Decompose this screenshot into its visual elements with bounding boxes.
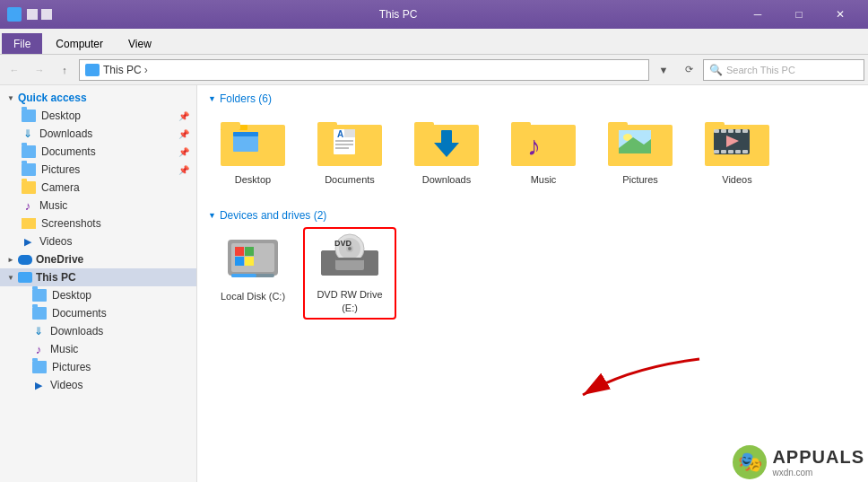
sidebar-item-label: Videos (39, 235, 72, 248)
svg-rect-29 (714, 129, 719, 133)
drive-dvd[interactable]: DVD DVD RW Drive (E:) (305, 229, 395, 318)
sidebar-item-label: Downloads (39, 127, 92, 140)
search-placeholder: Search This PC (726, 65, 795, 75)
folder-music-icon: ♪ (511, 118, 576, 170)
folder-videos-icon (705, 118, 769, 170)
svg-rect-6 (317, 122, 337, 130)
ribbon: File Computer View (0, 29, 868, 55)
sidebar-item-downloads[interactable]: ⇓ Downloads 📌 (0, 125, 196, 143)
folder-downloads[interactable]: Downloads (402, 112, 491, 191)
sidebar-pc-downloads[interactable]: ⇓ Downloads (0, 322, 196, 340)
folder-videos[interactable]: Videos (692, 112, 782, 191)
sidebar-pc-desktop[interactable]: Desktop (0, 286, 196, 304)
onedrive-label: OneDrive (36, 253, 83, 266)
chevron-icon: ▼ (7, 94, 14, 102)
folder-label: Pictures (622, 173, 658, 186)
chevron-icon: ► (7, 256, 14, 264)
sidebar-item-label: Documents (41, 145, 96, 158)
tb-save-icon[interactable] (27, 9, 38, 20)
pin-icon: 📌 (178, 165, 189, 175)
pin-icon: 📌 (178, 147, 189, 157)
folder-label: Documents (325, 173, 375, 186)
address-path[interactable]: This PC › (79, 59, 649, 81)
svg-rect-48 (231, 274, 256, 277)
search-icon: 🔍 (709, 64, 723, 76)
quick-access-header[interactable]: ▼ Quick access (0, 89, 196, 107)
address-bar: ← → ↑ This PC › ▼ ⟳ 🔍 Search This PC (0, 55, 868, 85)
folder-downloads-icon (414, 118, 479, 170)
svg-rect-44 (245, 247, 254, 256)
svg-rect-36 (728, 150, 733, 153)
svg-rect-2 (221, 122, 240, 130)
svg-rect-27 (705, 122, 725, 130)
drives-grid: Local Disk (C:) DVD (208, 229, 857, 318)
cloud-icon (18, 255, 32, 265)
folder-label: Videos (722, 173, 751, 186)
svg-rect-46 (245, 257, 254, 266)
address-dropdown[interactable]: ▼ (653, 59, 674, 81)
folder-music[interactable]: ♪ Music (499, 112, 588, 191)
forward-button[interactable]: → (29, 59, 50, 81)
pin-icon: 📌 (178, 111, 189, 121)
chevron-down-icon: ▼ (208, 211, 216, 220)
refresh-button[interactable]: ⟳ (678, 59, 699, 81)
video-icon: ▶ (22, 235, 34, 248)
sidebar-pc-music[interactable]: ♪ Music (0, 340, 196, 358)
screenshot-icon (22, 218, 36, 229)
sidebar-item-music[interactable]: ♪ Music (0, 197, 196, 215)
onedrive-header[interactable]: ► OneDrive (0, 250, 196, 268)
svg-rect-45 (235, 257, 244, 266)
folders-section-label: Folders (6) (220, 92, 272, 105)
folder-label: Desktop (235, 173, 271, 186)
music-icon: ♪ (32, 343, 45, 355)
appuals-text-block: APPUALS wxdn.com (772, 447, 864, 478)
back-button[interactable]: ← (4, 59, 25, 81)
tb-undo-icon[interactable] (41, 9, 52, 20)
sidebar-pc-pictures[interactable]: Pictures (0, 358, 196, 376)
svg-rect-31 (728, 129, 733, 133)
folder-blue-icon (22, 110, 36, 122)
folders-section-header[interactable]: ▼ Folders (6) (208, 92, 857, 105)
svg-rect-17 (511, 125, 576, 166)
drive-c[interactable]: Local Disk (C:) (208, 229, 298, 318)
sidebar-item-label: Camera (41, 181, 80, 194)
dvd-icon: DVD (317, 232, 382, 285)
sidebar-item-label: Desktop (52, 289, 91, 302)
folder-desktop[interactable]: Desktop (208, 112, 298, 191)
folder-pictures[interactable]: Pictures (595, 112, 685, 191)
sidebar-pc-videos[interactable]: ▶ Videos (0, 376, 196, 394)
appuals-branding: 🎭 APPUALS wxdn.com (733, 445, 864, 479)
appuals-site: wxdn.com (772, 468, 864, 478)
tab-file[interactable]: File (2, 33, 42, 54)
this-pc-header[interactable]: ▼ This PC (0, 268, 196, 286)
sidebar-item-screenshots[interactable]: Screenshots (0, 215, 196, 232)
devices-section-header[interactable]: ▼ Devices and drives (2) (208, 209, 857, 222)
download-icon: ⇓ (32, 325, 45, 337)
minimize-button[interactable]: ─ (737, 0, 778, 29)
svg-marker-8 (344, 129, 355, 137)
svg-rect-18 (511, 122, 531, 130)
maximize-button[interactable]: □ (778, 0, 820, 29)
folder-pictures-icon (608, 118, 673, 170)
tab-computer[interactable]: Computer (44, 33, 115, 54)
sidebar-item-camera[interactable]: Camera (0, 179, 196, 197)
search-box[interactable]: 🔍 Search This PC (703, 59, 864, 81)
svg-rect-38 (742, 150, 748, 153)
sidebar-pc-documents[interactable]: Documents (0, 304, 196, 322)
sidebar-item-label: Videos (50, 379, 82, 391)
folder-documents[interactable]: A Documents (305, 112, 395, 191)
download-icon: ⇓ (22, 127, 34, 140)
folder-blue-icon (32, 307, 47, 320)
svg-rect-14 (414, 122, 434, 130)
quick-access-toolbar (27, 9, 52, 20)
up-button[interactable]: ↑ (54, 59, 75, 81)
sidebar-item-pictures[interactable]: Pictures 📌 (0, 161, 196, 179)
tab-view[interactable]: View (117, 33, 163, 54)
sidebar-item-desktop[interactable]: Desktop 📌 (0, 107, 196, 125)
sidebar-item-videos[interactable]: ▶ Videos (0, 232, 196, 250)
svg-text:DVD: DVD (334, 239, 352, 248)
close-button[interactable]: ✕ (820, 0, 861, 29)
devices-section-label: Devices and drives (2) (220, 209, 326, 222)
folder-yellow-icon (22, 181, 36, 194)
sidebar-item-documents[interactable]: Documents 📌 (0, 143, 196, 161)
